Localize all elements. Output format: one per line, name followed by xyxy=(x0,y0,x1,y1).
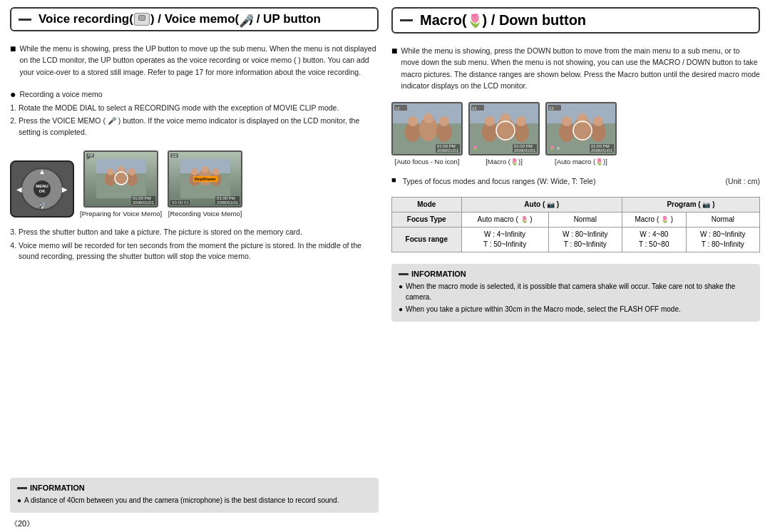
steps-3-4-list: Press the shutter button and take a pict… xyxy=(19,227,379,265)
right-info-box: INFORMATION ● When the macro mode is sel… xyxy=(391,264,760,322)
step-3: Press the shutter button and take a pict… xyxy=(19,227,379,238)
svg-point-16 xyxy=(212,168,220,175)
table-header-row: Mode Auto ( 📷 ) Program ( 📷 ) xyxy=(392,198,760,213)
recording-memo-label: Recording a voice memo xyxy=(19,88,102,100)
auto-focus-label: [Auto focus - No icon] xyxy=(395,158,460,165)
right-info-text-1: When the macro mode is selected, it is p… xyxy=(406,281,753,302)
svg-point-24 xyxy=(439,116,449,126)
unit-text: (Unit : cm) xyxy=(726,175,760,187)
macro-lcd-time: 01:00 PM2006/01/01 xyxy=(513,144,537,153)
focus-type-label: Focus Type xyxy=(392,213,462,227)
bullet-dot-1: ■ xyxy=(10,43,16,55)
auto-macro-lcd: 12 🌷 A 01:00 PM2006/01/01 xyxy=(545,102,617,155)
focus-range-macro: W : 4~80T : 50~80 xyxy=(622,227,686,252)
types-bullet: ■ Types of focus modes and focus ranges … xyxy=(391,175,595,187)
voice-indicator: 🎤 xyxy=(86,153,93,160)
types-bullet-dot: ■ xyxy=(391,175,396,184)
focus-range-row: Focus range W : 4~InfinityT : 50~Infinit… xyxy=(392,227,760,252)
left-section-title: Voice recording( ) / Voice memo(🎤) / UP … xyxy=(10,7,379,31)
macro-lcd-block: 12 🌷 01:00 PM2006/01/01 [Macro (🌷)] xyxy=(468,102,540,165)
lcd-time-2: 01:00 PM2006/01/01 xyxy=(215,196,240,205)
focus-type-normal-2: Normal xyxy=(686,213,759,227)
svg-point-7 xyxy=(128,168,135,175)
svg-point-14 xyxy=(191,168,198,175)
step-2: Press the VOICE MEMO ( 🎤 ) button. If th… xyxy=(19,116,379,138)
step-1: Rotate the MODE DIAL to select a RECORDI… xyxy=(19,103,379,114)
focus-range-label: Focus range xyxy=(392,227,462,252)
focus-range-auto-macro: W : 4~InfinityT : 50~Infinity xyxy=(461,227,548,252)
left-column: Voice recording( ) / Voice memo(🎤) / UP … xyxy=(10,7,379,513)
right-info-item-2: ● When you take a picture within 30cm in… xyxy=(399,304,753,314)
recording-memo-section: ● Recording a voice memo Rotate the MODE… xyxy=(10,88,379,140)
right-body-section: ■ While the menu is showing, press the D… xyxy=(391,45,760,93)
right-bullet-1: ■ While the menu is showing, press the D… xyxy=(391,45,760,91)
bullet-dot-2: ● xyxy=(10,88,16,101)
right-info-bullet-2: ● xyxy=(399,304,403,314)
lcd-top-bar-1: 12 xyxy=(86,153,155,158)
right-section-title: Macro(🌷) / Down button xyxy=(391,7,760,34)
svg-point-34 xyxy=(516,116,526,126)
svg-text:A: A xyxy=(557,146,560,150)
types-text: Types of focus modes and focus ranges (W… xyxy=(403,175,596,187)
macro-label: [Macro (🌷)] xyxy=(486,158,523,165)
page-number: 《20》 xyxy=(0,517,770,532)
step-4: Voice memo will be recorded for ten seco… xyxy=(19,240,379,263)
stop-shutter-label: Stop/Shutter xyxy=(193,176,217,182)
right-column: Macro(🌷) / Down button ■ While the menu … xyxy=(391,7,760,513)
left-info-text: A distance of 40cm between you and the c… xyxy=(24,495,339,506)
macro-lcd: 12 🌷 01:00 PM2006/01/01 xyxy=(468,102,540,155)
left-info-item-1: ● A distance of 40cm between you and the… xyxy=(17,495,371,506)
left-para-text: While the menu is showing, press the UP … xyxy=(19,43,379,78)
info-bullet-1: ● xyxy=(17,495,21,506)
auto-macro-time: 01:00 PM2006/01/01 xyxy=(590,144,614,153)
focus-type-normal-1: Normal xyxy=(548,213,622,227)
left-bullet-1: ■ While the menu is showing, press the U… xyxy=(10,43,379,78)
right-info-item-1: ● When the macro mode is selected, it is… xyxy=(399,281,753,302)
dial-image: MENUOK ▲ ▼ ◀ ▶ 🎤 xyxy=(10,160,74,218)
col-mode: Mode xyxy=(392,198,462,213)
auto-focus-time: 01:00 PM2006/01/01 xyxy=(436,144,460,153)
right-info-bullet-1: ● xyxy=(399,281,403,292)
focus-range-normal-1: W : 80~InfinityT : 80~Infinity xyxy=(548,227,622,252)
macro-images-row: 12 01:00 PM2006/01/01 [Auto focus - No i… xyxy=(391,102,760,165)
svg-text:🌷: 🌷 xyxy=(549,145,555,151)
left-title-text: Voice recording( ) / Voice memo(🎤) / UP … xyxy=(38,12,321,26)
preparing-voice-lcd: 12 01:00 PM2006/01/01 🎤 xyxy=(83,150,158,208)
left-info-box: INFORMATION ● A distance of 40cm between… xyxy=(10,478,379,513)
col-program: Program ( 📷 ) xyxy=(622,198,759,213)
left-arrow: ◀ xyxy=(16,185,22,193)
recording-voice-block: 12 01:00 PM2006/01/01 Stop/Shutter 00:00… xyxy=(168,150,242,218)
preparing-label: [Preparing for Voice Memo] xyxy=(80,210,162,218)
voice-icon: 🎤 xyxy=(38,203,46,209)
auto-focus-lcd: 12 01:00 PM2006/01/01 xyxy=(391,102,463,155)
svg-point-5 xyxy=(107,168,114,175)
focus-types-header: ■ Types of focus modes and focus ranges … xyxy=(391,175,760,187)
dial-img-block: MENUOK ▲ ▼ ◀ ▶ 🎤 xyxy=(10,160,74,218)
auto-macro-label: [Auto macro (🌷)] xyxy=(555,158,607,165)
focus-table: Mode Auto ( 📷 ) Program ( 📷 ) Focus Type… xyxy=(391,197,760,252)
recording-memo-bullet: ● Recording a voice memo xyxy=(10,88,379,101)
auto-macro-block: 12 🌷 A 01:00 PM2006/01/01 [Auto macro (🌷… xyxy=(545,102,617,165)
right-info-title: INFORMATION xyxy=(399,270,753,278)
preparing-voice-block: 12 01:00 PM2006/01/01 🎤 [Preparing for V… xyxy=(80,150,162,218)
left-body-section: ■ While the menu is showing, press the U… xyxy=(10,43,379,80)
svg-text:🌷: 🌷 xyxy=(472,145,478,151)
camera-images-row: MENUOK ▲ ▼ ◀ ▶ 🎤 xyxy=(10,150,379,218)
col-auto: Auto ( 📷 ) xyxy=(461,198,622,213)
svg-text:12: 12 xyxy=(549,106,554,111)
svg-point-44 xyxy=(562,116,572,126)
auto-focus-block: 12 01:00 PM2006/01/01 [Auto focus - No i… xyxy=(391,102,463,165)
right-para-text: While the menu is showing, press the DOW… xyxy=(401,45,760,91)
svg-point-32 xyxy=(485,116,495,126)
right-arrow: ▶ xyxy=(62,185,68,193)
svg-text:12: 12 xyxy=(472,106,477,111)
right-title-text: Macro(🌷) / Down button xyxy=(420,12,586,29)
svg-point-15 xyxy=(202,166,209,173)
svg-point-22 xyxy=(408,116,418,126)
right-info-text-2: When you take a picture within 30cm in t… xyxy=(406,304,681,314)
recording-timer: 00:00:03 xyxy=(170,200,190,205)
up-arrow: ▲ xyxy=(38,168,46,175)
focus-range-normal-2: W : 80~InfinityT : 80~Infinity xyxy=(686,227,759,252)
lcd-top-bar-2: 12 xyxy=(170,153,240,158)
recording-label: [Recording Voice Memo] xyxy=(168,210,242,218)
